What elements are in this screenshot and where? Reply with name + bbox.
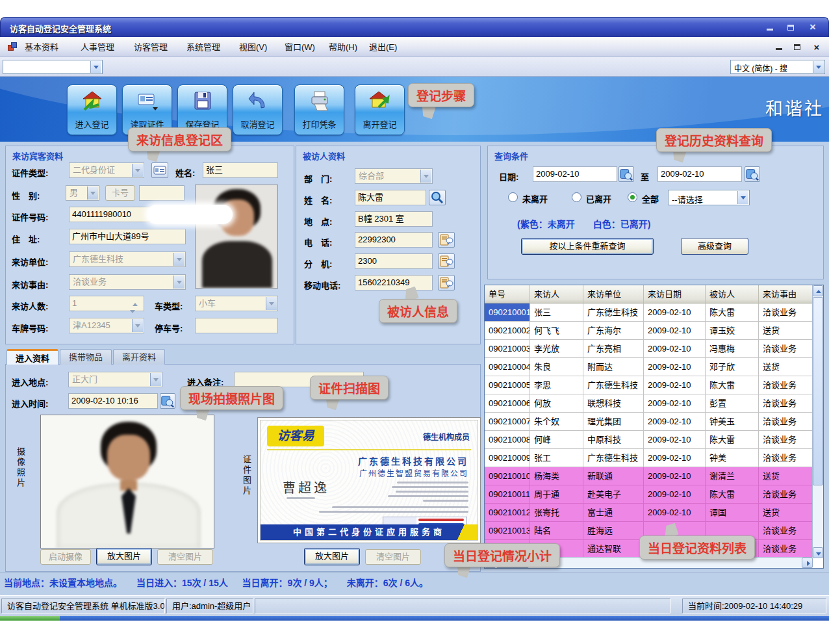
mdi-close-icon[interactable]: × <box>810 41 824 53</box>
date-to-picker-button[interactable] <box>745 166 760 182</box>
mdi-minimize-icon[interactable] <box>772 41 786 53</box>
read-card-icon-button[interactable] <box>151 162 168 178</box>
vertical-scroll-thumb[interactable] <box>813 297 823 485</box>
menu-help[interactable]: 帮助(H) <box>325 41 361 54</box>
dept-combo[interactable]: 综合部 <box>355 168 433 184</box>
radio-all[interactable] <box>628 192 637 202</box>
entry-place-dropdown-icon[interactable] <box>150 373 161 386</box>
dial-ext-button[interactable] <box>438 253 455 269</box>
card-number-button[interactable]: 卡号 <box>105 185 135 201</box>
mobile-input[interactable]: 15602210349 <box>355 275 433 290</box>
dept-dropdown-icon[interactable] <box>420 170 431 183</box>
quick-select-dropdown-icon[interactable] <box>90 61 101 73</box>
id-type-combo[interactable]: 二代身份证 <box>69 162 144 178</box>
visit-reason-combo[interactable]: 洽谈业务 <box>69 274 186 290</box>
radio-left[interactable] <box>572 192 581 202</box>
menu-view[interactable]: 视图(V) <box>235 41 271 54</box>
table-row[interactable]: 090210009 张工 广东德生科技 2009-02-10 钟美 洽谈业务 <box>485 449 813 467</box>
visited-name-input[interactable]: 陈大雷 <box>355 190 426 205</box>
card-number-input[interactable] <box>139 185 185 201</box>
print-receipt-button[interactable]: 打印凭条 <box>294 84 344 135</box>
dial-mobile-button[interactable] <box>438 275 455 290</box>
date-from-picker-button[interactable] <box>619 166 634 182</box>
table-row[interactable]: 090210002 何飞飞 广东海尔 2009-02-10 谭玉姣 送货 <box>485 322 813 340</box>
col-header-reason[interactable]: 来访事由 <box>759 285 813 303</box>
gender-dropdown-icon[interactable] <box>87 187 98 200</box>
search-person-button[interactable] <box>429 190 446 205</box>
requery-button[interactable]: 按以上条件重新查询 <box>521 238 654 255</box>
visit-reason-dropdown-icon[interactable] <box>173 276 185 289</box>
col-header-visitor[interactable]: 来访人 <box>530 285 583 303</box>
enter-registration-button[interactable]: 进入登记 <box>67 84 117 135</box>
table-row[interactable]: 090210001 张三 广东德生科技 2009-02-10 陈大雷 洽谈业务 <box>485 303 813 322</box>
menu-system-management[interactable]: 系统管理 <box>183 41 224 54</box>
table-row-not-left[interactable]: 090210011 周于通 赴美电子 2009-02-10 陈大雷 洽谈业务 <box>485 485 813 504</box>
address-input[interactable]: 广州市中山大道89号 <box>69 229 186 244</box>
car-type-dropdown-icon[interactable] <box>266 297 277 310</box>
restore-icon[interactable] <box>783 21 798 34</box>
scroll-right-icon[interactable] <box>802 558 813 568</box>
parking-input[interactable] <box>195 318 278 333</box>
reason-filter-combo[interactable]: --请选择 <box>668 190 750 205</box>
menu-window[interactable]: 窗口(W) <box>281 41 319 54</box>
menu-basic-data[interactable]: 基本资料 <box>21 41 62 54</box>
entry-time-input[interactable]: 2009-02-10 10:16 <box>68 393 158 409</box>
count-up-icon[interactable] <box>133 297 143 303</box>
phone-input[interactable]: 22992300 <box>355 232 433 248</box>
menu-exit[interactable]: 退出(E) <box>365 41 401 54</box>
visitor-name-input[interactable]: 张三 <box>203 162 278 178</box>
language-dropdown-icon[interactable] <box>813 61 824 73</box>
id-type-dropdown-icon[interactable] <box>132 164 143 177</box>
mdi-restore-icon[interactable] <box>790 41 804 53</box>
start-camera-button[interactable]: 启动摄像 <box>40 549 91 565</box>
table-row[interactable]: 090210005 李思 广东德生科技 2009-02-10 陈大雷 洽谈业务 <box>485 376 813 394</box>
leave-registration-button[interactable]: 离开登记 <box>355 84 405 135</box>
visit-company-dropdown-icon[interactable] <box>173 253 185 266</box>
tab-entry-info[interactable]: 进入资料 <box>6 349 58 365</box>
zoom-id-button[interactable]: 放大图片 <box>304 548 360 565</box>
table-row[interactable]: 090210007 朱个奴 理光集团 2009-02-10 钟美玉 洽谈业务 <box>485 413 813 431</box>
scroll-down-icon[interactable] <box>813 547 823 558</box>
advanced-query-button[interactable]: 高级查询 <box>681 238 748 255</box>
col-header-company[interactable]: 来访单位 <box>583 285 644 303</box>
minimize-icon[interactable] <box>762 21 778 34</box>
menu-hr-management[interactable]: 人事管理 <box>77 41 118 54</box>
tab-carried-items[interactable]: 携带物品 <box>60 349 112 365</box>
clear-id-button[interactable]: 清空图片 <box>365 549 421 565</box>
reason-filter-dropdown-icon[interactable] <box>737 191 748 204</box>
date-to-input[interactable]: 2009-02-10 <box>657 166 742 182</box>
zoom-photo-button[interactable]: 放大图片 <box>96 548 152 565</box>
entry-place-combo[interactable]: 正大门 <box>68 372 162 387</box>
ext-input[interactable]: 2300 <box>355 253 433 269</box>
location-input[interactable]: B幢 2301 室 <box>355 211 433 227</box>
quick-select-combo[interactable] <box>3 60 103 74</box>
card-banner-corner <box>448 524 478 540</box>
cancel-registration-button[interactable]: 取消登记 <box>233 84 283 135</box>
dial-phone-button[interactable] <box>438 232 455 248</box>
table-row-not-left[interactable]: 090210012 张寄托 富士通 2009-02-10 谭国 送货 <box>485 504 813 522</box>
table-vertical-scrollbar[interactable] <box>812 285 823 558</box>
entry-time-picker-button[interactable] <box>160 393 175 409</box>
visit-company-combo[interactable]: 广东德生科技 <box>69 251 186 267</box>
table-row[interactable]: 090210006 何放 联想科技 2009-02-10 彭置 洽谈业务 <box>485 394 813 413</box>
table-row-not-left[interactable]: 090210010 杨海类 新联通 2009-02-10 谢清兰 送货 <box>485 467 813 485</box>
language-combo[interactable]: 中文 (简体) - 搜 <box>730 60 825 74</box>
table-row[interactable]: 090210004 朱良 附而达 2009-02-10 邓子欣 送货 <box>485 358 813 376</box>
menu-visitor-management[interactable]: 访客管理 <box>130 41 172 54</box>
car-type-combo[interactable]: 小车 <box>195 296 278 311</box>
plate-combo[interactable]: 津A12345 <box>69 318 144 333</box>
date-from-input[interactable]: 2009-02-10 <box>533 166 617 182</box>
close-icon[interactable]: × <box>805 21 821 34</box>
radio-not-left[interactable] <box>508 192 518 202</box>
gender-combo[interactable]: 男 <box>66 185 99 201</box>
col-header-id[interactable]: 单号 <box>485 285 530 303</box>
count-down-icon[interactable] <box>133 304 143 311</box>
col-header-date[interactable]: 来访日期 <box>644 285 706 303</box>
tab-leave-info[interactable]: 离开资料 <box>113 349 165 365</box>
table-row[interactable]: 090210003 李光放 广东亮相 2009-02-10 冯惠梅 洽谈业务 <box>485 340 813 358</box>
table-row[interactable]: 090210008 何峰 中原科技 2009-02-10 陈大雷 洽谈业务 <box>485 431 813 449</box>
clear-photo-button[interactable]: 清空图片 <box>157 549 213 565</box>
col-header-visited[interactable]: 被访人 <box>706 285 759 303</box>
scroll-up-icon[interactable] <box>813 285 823 296</box>
plate-dropdown-icon[interactable] <box>132 319 143 332</box>
